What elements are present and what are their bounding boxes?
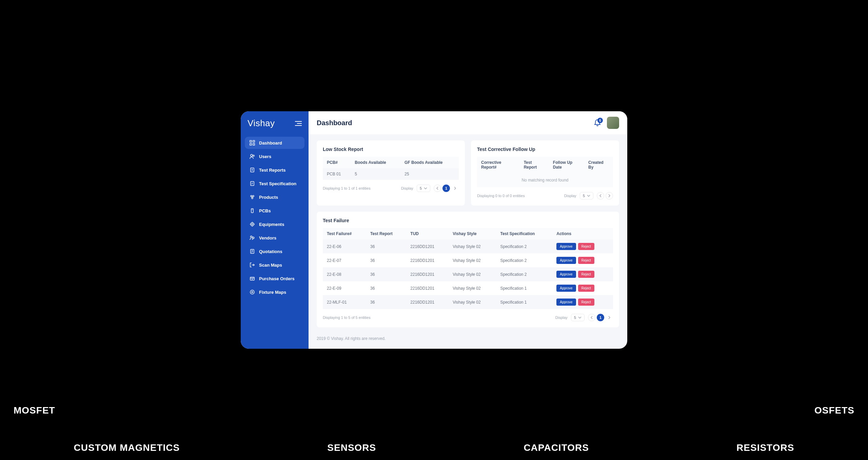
display-select[interactable]: 5 (417, 185, 430, 192)
reject-button[interactable]: Reject (578, 271, 594, 278)
report-cell: 36 (366, 295, 406, 309)
col-header: Vishay Style (449, 228, 496, 239)
nav-label: Equipments (259, 222, 284, 227)
actions-cell: ApproveReject (552, 281, 613, 295)
next-page-button[interactable] (606, 314, 613, 321)
nav-icon (250, 235, 255, 241)
table-footer: Displaying 1 to 1 of 1 entities Display … (323, 185, 459, 192)
bg-decoration: OSFETS (814, 405, 854, 416)
svg-rect-3 (250, 140, 252, 142)
reject-button[interactable]: Reject (578, 257, 594, 264)
report-cell: 36 (366, 267, 406, 281)
col-header: Test Report (520, 157, 549, 173)
failure-id-cell: 22-E-09 (323, 281, 366, 295)
sidebar-item-equipments[interactable]: Equipments (245, 218, 304, 230)
chevron-left-icon (436, 187, 438, 190)
sidebar-header: Vishay (245, 117, 304, 137)
sidebar-item-scan-maps[interactable]: Scan Maps (245, 259, 304, 271)
nav-label: Vendors (259, 235, 276, 241)
next-page-button[interactable] (606, 192, 613, 199)
col-header: GF Boods Available (400, 157, 459, 168)
tud-cell: 2216DD1201 (406, 295, 449, 309)
pcb-cell[interactable]: PCB 01 (323, 168, 351, 180)
nav-icon (250, 154, 255, 159)
nav-icon (250, 208, 255, 213)
chevron-left-icon (591, 316, 593, 319)
hamburger-icon (295, 121, 302, 126)
nav-icon (250, 222, 255, 227)
prev-page-button[interactable] (588, 314, 595, 321)
menu-toggle-button[interactable] (295, 121, 302, 126)
table-row: 22-E-06362216DD1201Vishay Style 02Specif… (323, 239, 613, 253)
card-title: Test Corrective Follow Up (477, 147, 613, 152)
top-row: Low Stock Report PCB# Boods Available GF… (317, 140, 619, 206)
approve-button[interactable]: Approve (556, 285, 576, 292)
nav-label: PCBs (259, 208, 271, 213)
chevron-down-icon (424, 187, 427, 189)
sidebar-item-purchase-orders[interactable]: Purchase Orders (245, 272, 304, 285)
page-number[interactable]: 1 (597, 314, 604, 321)
page-title: Dashboard (317, 119, 352, 127)
page-number[interactable]: 1 (442, 185, 450, 192)
col-header: Created By (584, 157, 613, 173)
entities-text: Displaying 0 to 0 of 0 entities (477, 194, 525, 198)
prev-page-button[interactable] (597, 192, 604, 199)
avatar[interactable] (607, 117, 619, 129)
nav-icon (250, 289, 255, 295)
spec-cell: Specification 1 (496, 295, 552, 309)
tud-cell: 2216DD1201 (406, 267, 449, 281)
test-failure-table: Test Failure# Test Report TUD Vishay Sty… (323, 228, 613, 309)
display-label: Display (555, 315, 568, 320)
nav-icon (250, 262, 255, 268)
topbar: Dashboard 6 (309, 111, 627, 134)
nav-label: Dashboard (259, 140, 282, 146)
sidebar-item-quotations[interactable]: Quotations (245, 245, 304, 257)
svg-rect-5 (250, 143, 252, 145)
pager (597, 192, 613, 199)
low-stock-table: PCB# Boods Available GF Boods Available … (323, 157, 459, 180)
approve-button[interactable]: Approve (556, 271, 576, 278)
sidebar-item-dashboard[interactable]: Dashboard (245, 137, 304, 149)
sidebar-item-test-specification[interactable]: Test Specification (245, 177, 304, 190)
spec-cell: Specification 2 (496, 267, 552, 281)
actions-cell: ApproveReject (552, 267, 613, 281)
sidebar-item-test-reports[interactable]: Test Reports (245, 164, 304, 176)
svg-rect-6 (253, 143, 255, 145)
svg-point-33 (250, 290, 254, 294)
approve-button[interactable]: Approve (556, 257, 576, 264)
sidebar-item-pcbs[interactable]: PCBs (245, 205, 304, 217)
approve-button[interactable]: Approve (556, 243, 576, 250)
sidebar-item-products[interactable]: Products (245, 191, 304, 203)
corrective-table: Corrective Report# Test Report Follow Up… (477, 157, 613, 173)
failure-id-cell: 22-E-08 (323, 267, 366, 281)
chevron-left-icon (599, 194, 601, 197)
sidebar-item-vendors[interactable]: Vendors (245, 232, 304, 244)
entities-text: Displaying 1 to 5 of 5 entities (323, 315, 371, 320)
actions-cell: ApproveReject (552, 253, 613, 267)
col-header: Actions (552, 228, 613, 239)
table-row: 22-E-08362216DD1201Vishay Style 02Specif… (323, 267, 613, 281)
sidebar-item-fixture-maps[interactable]: Fixture Maps (245, 286, 304, 298)
reject-button[interactable]: Reject (578, 285, 594, 292)
table-row: PCB 01525 (323, 168, 459, 180)
prev-page-button[interactable] (434, 185, 441, 192)
display-label: Display (564, 194, 576, 198)
next-page-button[interactable] (451, 185, 459, 192)
svg-rect-9 (251, 168, 254, 172)
display-select[interactable]: 5 (571, 314, 585, 321)
report-cell: 36 (366, 239, 406, 253)
notifications-button[interactable]: 6 (594, 119, 601, 127)
nav-label: Test Reports (259, 168, 286, 173)
sidebar-item-users[interactable]: Users (245, 150, 304, 162)
display-select[interactable]: 5 (580, 192, 593, 199)
svg-point-18 (251, 223, 254, 226)
sidebar-nav: DashboardUsersTest ReportsTest Specifica… (245, 137, 304, 298)
gf-boods-cell: 25 (400, 168, 459, 180)
approve-button[interactable]: Approve (556, 299, 576, 306)
tud-cell: 2216DD1201 (406, 239, 449, 253)
nav-label: Quotations (259, 249, 282, 254)
reject-button[interactable]: Reject (578, 243, 594, 250)
logo: Vishay (248, 118, 275, 129)
nav-icon (250, 276, 255, 281)
reject-button[interactable]: Reject (578, 299, 594, 306)
